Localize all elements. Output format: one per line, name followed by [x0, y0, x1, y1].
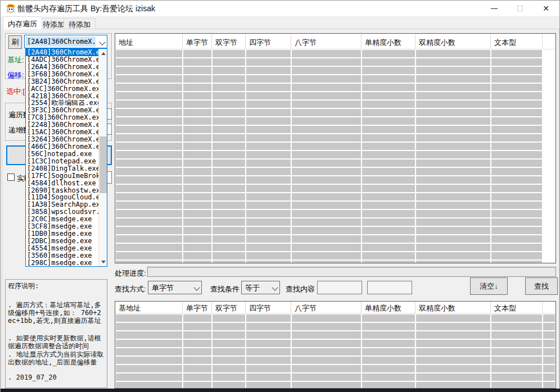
process-list-item[interactable]: [4584]dllhost.exe — [26, 180, 107, 187]
table-cell — [116, 109, 182, 116]
process-list-item[interactable]: [1A38]SearchApp.exe — [26, 201, 107, 208]
search-content-input-2[interactable] — [367, 281, 412, 294]
process-combobox-value: [2A48]360ChromeX.exe — [26, 37, 96, 47]
table-cell — [292, 67, 361, 74]
table-cell — [246, 323, 291, 330]
refresh-button[interactable]: 刷 — [8, 35, 22, 49]
table-cell — [246, 382, 291, 389]
process-list-item[interactable]: [466C]360ChromeX.exe — [26, 143, 107, 151]
process-list-item[interactable]: [3F3C]360ChromeX.exe — [26, 107, 107, 114]
table-cell — [183, 323, 211, 330]
table-cell — [213, 202, 245, 209]
table-cell — [491, 382, 542, 389]
table-cell — [116, 193, 182, 200]
process-list-item[interactable]: [15AC]360ChromeX.exe — [26, 129, 107, 136]
table-cell — [416, 109, 490, 116]
table-cell — [116, 357, 182, 364]
process-list-item[interactable]: [ACC]360ChromeX.exe — [26, 85, 107, 93]
minimize-button[interactable] — [481, 1, 507, 16]
table-cell — [416, 244, 490, 251]
table-header-cell: 八字节 — [291, 34, 362, 49]
search-mode-select[interactable]: 单字节 — [148, 281, 202, 294]
table-cell — [362, 235, 415, 243]
table-cell — [213, 218, 245, 226]
process-list-item[interactable]: [17FC]SogouImeBroker. — [26, 172, 107, 180]
table-cell — [491, 323, 542, 330]
table-cell — [183, 101, 211, 108]
process-list-item[interactable]: [56C]notepad.exe — [26, 151, 107, 158]
search-condition-select[interactable]: 等于 — [241, 281, 280, 294]
table-cell — [292, 323, 361, 330]
process-list-item[interactable]: [3F68]360ChromeX.exe — [26, 71, 107, 78]
find-button[interactable]: 查找 — [525, 277, 558, 295]
table-cell — [292, 218, 361, 226]
process-list-item[interactable]: [7C8]360ChromeX.exe — [26, 114, 107, 121]
table-cell — [246, 340, 291, 347]
process-list-item[interactable]: [3858]wpscloudsvr.exe — [26, 208, 107, 216]
process-combobox[interactable]: [2A48]360ChromeX.exe — [24, 35, 107, 48]
close-button[interactable]: ✕ — [533, 1, 559, 16]
process-list-item[interactable]: [2A48]360ChromeX.exe — [26, 49, 107, 56]
table-cell — [213, 101, 245, 108]
process-list-item[interactable]: [3264]360ChromeX.exe — [26, 136, 107, 143]
scrollbar-thumb[interactable] — [100, 136, 107, 193]
table-cell — [416, 382, 490, 389]
process-list-item[interactable]: [2690]taskhostw.exe — [26, 187, 107, 194]
table-cell — [246, 193, 291, 200]
tab-2[interactable]: 待添加 — [64, 18, 96, 29]
process-list-item[interactable]: [2C0C]msedge.exe — [26, 216, 107, 223]
dropdown-scrollbar[interactable] — [98, 49, 107, 266]
process-list-item[interactable]: [2554]欧菲编辑器.exe — [26, 99, 107, 107]
search-mode-label: 查找方式: — [115, 284, 146, 294]
table-cell — [246, 331, 291, 339]
table-cell — [213, 159, 245, 167]
realtime-checkbox[interactable] — [7, 174, 15, 181]
table-cell — [183, 67, 211, 74]
table-cell — [116, 261, 182, 263]
maximize-button[interactable] — [507, 1, 533, 16]
table-cell — [292, 58, 361, 66]
process-list-item[interactable]: [2408]DingTalk.exe — [26, 165, 107, 172]
table-cell — [292, 261, 361, 263]
scroll-down-icon — [101, 261, 106, 263]
process-list-item[interactable]: [4ADC]360ChromeX.exe — [26, 56, 107, 63]
table-cell — [183, 357, 211, 364]
table-cell — [416, 261, 490, 263]
table-cell — [292, 101, 361, 108]
search-content-input-1[interactable] — [317, 281, 362, 294]
process-list-item[interactable]: [1DB0]msedge.exe — [26, 230, 107, 238]
table-cell — [543, 314, 555, 322]
table-cell — [116, 151, 182, 158]
table-row — [116, 252, 556, 261]
process-list-item[interactable]: [298C]msedge.exe — [26, 259, 107, 267]
clear-button[interactable]: 清空↓ — [470, 277, 508, 295]
process-list-item[interactable]: [4554]msedge.exe — [26, 245, 107, 252]
table-header-cell: 四字节 — [246, 34, 291, 49]
process-list-item[interactable]: [26A4]360ChromeX.exe — [26, 63, 107, 71]
scroll-up-button[interactable] — [99, 49, 107, 58]
table-cell — [362, 348, 415, 355]
table-cell — [362, 210, 415, 217]
table-cell — [246, 50, 291, 57]
table-cell — [246, 101, 291, 108]
process-list-item[interactable]: [3CF8]msedge.exe — [26, 223, 107, 230]
process-list-item[interactable]: [3B24]360ChromeX.exe — [26, 78, 107, 85]
table-cell — [183, 227, 211, 234]
table-row — [116, 143, 556, 151]
scroll-down-button[interactable] — [99, 257, 107, 266]
process-list-item[interactable]: [2DBC]msedge.exe — [26, 238, 107, 245]
table-header-cell: 双字节 — [212, 302, 246, 313]
process-list-item[interactable]: [2248]360ChromeX.exe — [26, 121, 107, 129]
table-row — [116, 261, 556, 263]
table-cell — [491, 75, 542, 83]
process-list-item[interactable]: [4218]360ChromeX.exe — [26, 93, 107, 100]
process-list-item[interactable]: [3560]msedge.exe — [26, 252, 107, 259]
table-cell — [183, 151, 211, 158]
process-list-item[interactable]: [11D4]SogouCloud.exe — [26, 194, 107, 201]
progress-bar — [147, 267, 556, 277]
table-cell — [183, 58, 211, 66]
process-list-item[interactable]: [1C3C]notepad.exe — [26, 158, 107, 165]
tab-0[interactable]: 内存遍历 — [3, 16, 42, 29]
table-cell — [491, 357, 542, 364]
table-cell — [416, 67, 490, 74]
